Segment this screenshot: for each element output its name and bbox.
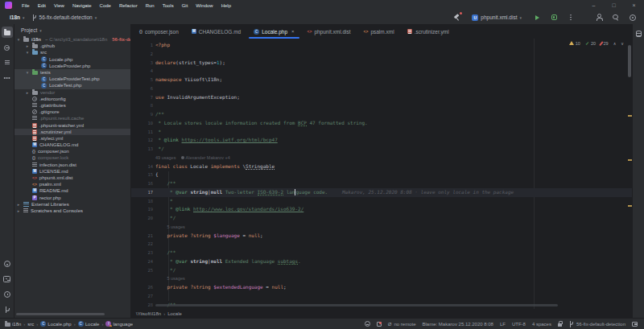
tree-item-localetest-php[interactable]: CLocaleTest.php: [14, 82, 130, 88]
menu-code[interactable]: Code: [100, 2, 111, 9]
menu-edit[interactable]: Edit: [38, 2, 46, 9]
tree-item-license-md[interactable]: MLICENSE.md: [14, 168, 130, 175]
line-number[interactable]: 13: [131, 145, 155, 154]
chevron-icon[interactable]: [25, 90, 30, 95]
chevron-icon[interactable]: [16, 208, 21, 213]
status-no-remote[interactable]: Øno remote: [388, 322, 416, 327]
status-blame-makarov-25-12-2020-8-08[interactable]: Blame: Makarov 25.12.2020 8:08: [423, 322, 493, 327]
status-lf[interactable]: LF: [500, 322, 506, 327]
menu-help[interactable]: Help: [221, 2, 231, 9]
branch-widget[interactable]: 56-fix-default-detection: [28, 13, 101, 23]
vertical-scrollbar[interactable]: [628, 45, 631, 77]
nav-item-language[interactable]: flanguage: [105, 321, 133, 327]
nav-item-src[interactable]: src: [27, 322, 34, 327]
tree-item-localeprovider-php[interactable]: CLocaleProvider.php: [14, 63, 130, 69]
settings-button[interactable]: [628, 13, 638, 23]
problems-tool-button[interactable]: [2, 289, 13, 300]
tree-item-composer-json[interactable]: {}composer.json: [14, 148, 130, 154]
tree-root-i18n[interactable]: i18n ~ C:\src\yii3_standalone\i18n 56-fi…: [14, 36, 130, 43]
line-number[interactable]: 11: [131, 128, 155, 137]
next-problem-button[interactable]: [621, 41, 624, 46]
tree-item-external-libraries[interactable]: External Libraries: [14, 201, 130, 208]
status-interpreter[interactable]: [365, 321, 370, 327]
line-number[interactable]: 22: [131, 240, 155, 249]
line-number[interactable]: 7: [131, 93, 155, 102]
line-number[interactable]: 8: [131, 101, 155, 110]
tab-psalm-xml[interactable]: <>psalm.xml: [357, 24, 401, 39]
database-tool-button[interactable]: [633, 28, 644, 39]
tree-item-localeprovidertest-php[interactable]: CLocaleProviderTest.php: [14, 76, 130, 82]
line-number[interactable]: 28: [131, 301, 155, 310]
inlay-row[interactable]: 49 usages Alexander Makarov +4: [131, 154, 632, 162]
editor[interactable]: 1<?php23declare(strict_types=1);45namesp…: [131, 39, 632, 309]
code-with-me-button[interactable]: [594, 13, 604, 23]
menu-tools[interactable]: Tools: [163, 2, 174, 9]
run-button[interactable]: [532, 13, 542, 23]
commit-tool-button[interactable]: [2, 42, 13, 53]
tab-composer-json[interactable]: {}composer.json: [133, 24, 185, 39]
inlay-row[interactable]: 5 usages: [131, 223, 632, 232]
debug-button[interactable]: [549, 13, 559, 23]
chevron-icon[interactable]: [25, 70, 30, 75]
tree-item-editorconfig[interactable]: .editorconfig: [14, 96, 130, 102]
structure-tool-button[interactable]: [2, 57, 13, 68]
menu-refactor[interactable]: Refactor: [119, 2, 138, 9]
services-tool-button[interactable]: [2, 258, 13, 269]
warnings-counter[interactable]: 10: [569, 41, 580, 46]
tree-item-phpunit-result-cache[interactable]: .phpunit.result.cache: [14, 115, 130, 121]
line-number[interactable]: 23: [131, 249, 155, 257]
tree-item-gitattributes[interactable]: .gitattributes: [14, 102, 130, 109]
passed-counter[interactable]: 20: [585, 40, 596, 46]
tree-item-rector-php[interactable]: Prector.php: [14, 195, 130, 201]
breadcrumb-yiisoft-i18n[interactable]: \Yiisoft\I18n: [136, 311, 161, 316]
chevron-icon[interactable]: [16, 202, 21, 207]
prev-problem-button[interactable]: [613, 41, 617, 46]
chevron-icon[interactable]: [25, 43, 30, 48]
tree-item-styleci-yml[interactable]: .styleci.yml: [14, 135, 130, 142]
line-number[interactable]: 4: [131, 67, 155, 76]
project-tool-button[interactable]: [2, 27, 13, 38]
line-number[interactable]: 1: [131, 41, 155, 50]
status-layout[interactable]: [632, 322, 638, 327]
menu-git[interactable]: Git: [182, 2, 188, 9]
build-button[interactable]: [452, 13, 461, 23]
tree-item-phpunit-watcher-yml[interactable]: .phpunit-watcher.yml: [14, 121, 130, 128]
chevron-icon[interactable]: [25, 50, 30, 55]
line-number[interactable]: 3: [131, 59, 155, 68]
line-number[interactable]: 14: [131, 162, 155, 171]
line-number[interactable]: 26: [131, 283, 155, 292]
project-panel-header[interactable]: Project: [14, 24, 130, 36]
project-horizontal-scrollbar[interactable]: [16, 313, 105, 315]
warning-stripe-mark[interactable]: [628, 205, 632, 207]
line-number[interactable]: 9: [131, 110, 155, 119]
tab-scrutinizer-yml[interactable]: .scrutinizer.yml: [401, 24, 456, 39]
inspections-widget[interactable]: 10 20 29: [569, 40, 624, 46]
status-4-spaces[interactable]: 4 spaces: [532, 322, 551, 327]
menu-run[interactable]: Run: [146, 2, 155, 9]
search-everywhere-button[interactable]: [611, 13, 621, 23]
tree-item-psalm-xml[interactable]: <>psalm.xml: [14, 181, 130, 187]
status-lock[interactable]: [558, 322, 562, 327]
run-config-widget[interactable]: U phpunit.xml.dist: [469, 13, 525, 23]
line-number[interactable]: 16: [131, 179, 155, 188]
warning-stripe-mark[interactable]: [628, 115, 632, 117]
version-control-tool-button[interactable]: [2, 304, 13, 315]
nav-item-locale[interactable]: CLocale: [78, 321, 100, 327]
tree-item-vendor[interactable]: vendor: [14, 89, 130, 96]
status-56-fix-default-detection[interactable]: 56-fix-default-detection: [568, 321, 625, 327]
line-number[interactable]: 21: [131, 232, 155, 241]
nav-item-locale-php[interactable]: CLocale.php: [40, 321, 71, 327]
tab-phpunit-xml-dist[interactable]: <>phpunit.xml.dist: [301, 24, 357, 39]
nav-item-i18n[interactable]: i18n: [5, 322, 21, 327]
line-number[interactable]: 18: [131, 197, 155, 206]
menu-file[interactable]: File: [22, 2, 30, 9]
line-number[interactable]: 6: [131, 84, 155, 93]
close-button[interactable]: ×: [624, 0, 644, 10]
chevron-icon[interactable]: [16, 37, 21, 42]
line-number[interactable]: 25: [131, 266, 155, 275]
line-number[interactable]: 10: [131, 119, 155, 128]
tree-item-readme-md[interactable]: MREADME.md: [14, 187, 130, 194]
line-number[interactable]: 15: [131, 171, 155, 179]
tab-locale-php[interactable]: CLocale.php×: [247, 24, 300, 39]
inlay-row[interactable]: 5 usages: [131, 274, 632, 283]
